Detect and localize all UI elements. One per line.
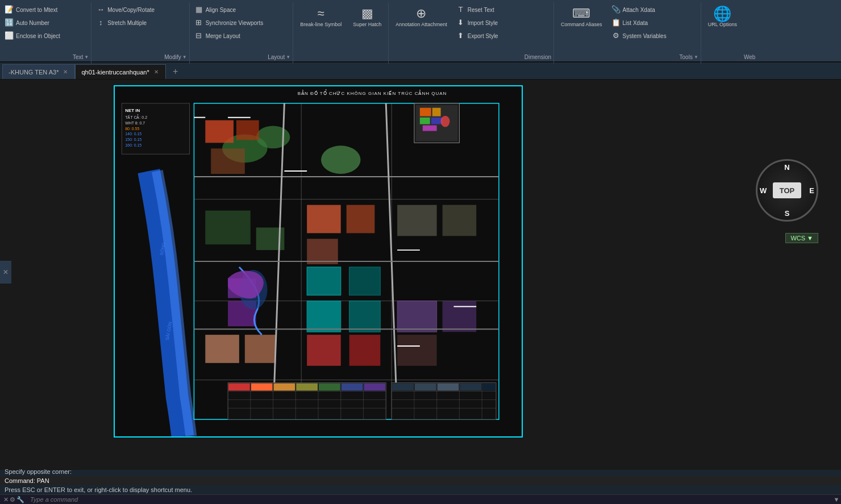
svg-point-54 (441, 116, 450, 127)
ribbon-group-modify: ↔ Move/Copy/Rotate ↕ Stretch Multiple Mo… (91, 2, 189, 64)
list-xdata-icon: 📋 (611, 18, 621, 27)
tab-kientruc-close[interactable]: ✕ (153, 69, 160, 75)
tools-group-arrow[interactable]: ▼ (694, 55, 698, 60)
svg-point-10 (256, 126, 290, 149)
svg-text:TẤT CẢ:  0.2: TẤT CẢ: 0.2 (125, 114, 147, 119)
tab-khung-ten-label: -KHUNG TEN A3* (9, 69, 59, 76)
ribbon-group-tools: ⌨ Command Aliases 📎 Attach Xdata 📋 List … (554, 2, 701, 64)
compass-top-button[interactable]: TOP (773, 182, 801, 198)
svg-rect-24 (307, 301, 341, 332)
svg-rect-88 (392, 384, 414, 391)
svg-text:80:      0.55: 80: 0.55 (125, 127, 139, 131)
svg-rect-29 (245, 335, 276, 363)
ribbon-group-layout: ▦ Align Space ⊞ Synchronize Viewports ⊟ … (190, 2, 294, 64)
url-options-button[interactable]: 🌐 URL Options (703, 3, 742, 48)
move-copy-rotate-button[interactable]: ↔ Move/Copy/Rotate (94, 3, 162, 16)
annotation-attachment-icon: ⊕ (414, 7, 428, 20)
svg-text:160:     0.15: 160: 0.15 (125, 143, 141, 147)
statusbar: Specify opposite corner: Command: PAN Pr… (0, 470, 841, 504)
command-aliases-icon: ⌨ (574, 7, 588, 20)
tabs-bar: -KHUNG TEN A3* ✕ qh01-kientruccanhquan* … (0, 63, 841, 80)
svg-rect-28 (205, 335, 239, 363)
svg-rect-11 (205, 211, 250, 245)
command-aliases-button[interactable]: ⌨ Command Aliases (556, 3, 607, 48)
move-copy-rotate-icon: ↔ (96, 5, 105, 14)
layout-group-arrow[interactable]: ▼ (286, 55, 290, 60)
ribbon-group-draw: ≈ Break-line Symbol ▩ Super Hatch Draw (293, 2, 389, 64)
convert-mtext-icon: 📝 (5, 5, 14, 14)
left-panel-close[interactable]: ✕ (0, 261, 11, 284)
break-line-symbol-button[interactable]: ≈ Break-line Symbol (295, 3, 346, 48)
svg-rect-90 (438, 384, 459, 391)
svg-rect-33 (397, 301, 437, 332)
svg-rect-73 (228, 384, 250, 391)
svg-rect-52 (431, 118, 443, 124)
svg-rect-31 (349, 335, 381, 366)
tab-khung-ten-close[interactable]: ✕ (62, 69, 69, 75)
svg-rect-19 (307, 239, 338, 264)
ribbon-group-dimension: ⊕ Annotation Attachment T Reset Text ⬇ I… (389, 2, 554, 64)
command-icon-3[interactable]: 🔧 (16, 496, 24, 503)
command-icon-2[interactable]: ⚙ (10, 496, 15, 503)
command-bar: ✕ ⚙ 🔧 ▼ (0, 494, 841, 504)
import-style-icon: ⬇ (456, 18, 465, 27)
cad-drawing-area[interactable]: BẢN ĐỒ TỔ CHỨC KHÔNG GIAN KIẾN TRÚC CẢNH… (114, 85, 523, 438)
attach-xdata-button[interactable]: 📎 Attach Xdata (609, 3, 677, 16)
ribbon-group-web: 🌐 URL Options Web (701, 2, 758, 64)
synchronize-viewports-button[interactable]: ⊞ Synchronize Viewports (192, 16, 266, 29)
command-input[interactable] (28, 495, 832, 504)
tab-kientruc[interactable]: qh01-kientruccanhquan* ✕ (75, 64, 165, 79)
compass-ring: N S W E TOP (756, 159, 818, 222)
modify-group-label: Modify (164, 54, 181, 60)
convert-mtext-button[interactable]: 📝 Convert to Mtext (2, 3, 70, 16)
dimension-group-label: Dimension (524, 54, 551, 60)
command-scroll[interactable]: ▼ (832, 496, 841, 503)
align-space-button[interactable]: ▦ Align Space (192, 3, 260, 16)
reset-text-button[interactable]: T Reset Text (454, 3, 522, 16)
export-style-button[interactable]: ⬆ Export Style (454, 30, 522, 42)
web-group-label: Web (744, 54, 755, 60)
svg-rect-17 (307, 205, 341, 234)
break-line-symbol-icon: ≈ (314, 7, 328, 20)
svg-rect-16 (211, 148, 245, 174)
svg-rect-74 (251, 384, 273, 391)
synchronize-viewports-icon: ⊞ (194, 18, 203, 27)
compass: N S W E TOP (756, 159, 818, 222)
svg-rect-14 (205, 120, 234, 143)
svg-text:NET IN: NET IN (125, 108, 140, 113)
annotation-attachment-button[interactable]: ⊕ Annotation Attachment (391, 3, 452, 48)
tools-group-label: Tools (680, 54, 693, 60)
svg-rect-15 (236, 120, 259, 140)
auto-number-button[interactable]: 🔢 Auto Number (2, 16, 70, 29)
import-style-button[interactable]: ⬇ Import Style (454, 16, 522, 29)
svg-rect-75 (274, 384, 295, 391)
cad-svg: SÔNG SÀI GÒN (115, 86, 522, 436)
command-icon-1[interactable]: ✕ (3, 496, 9, 503)
compass-e-label: E (809, 186, 814, 195)
super-hatch-button[interactable]: ▩ Super Hatch (348, 3, 386, 48)
tab-kientruc-label: qh01-kientruccanhquan* (81, 69, 149, 76)
status-specify-corner: Specify opposite corner: (0, 467, 841, 476)
merge-layout-icon: ⊟ (194, 31, 203, 40)
wcs-badge[interactable]: WCS ▼ (785, 233, 818, 243)
svg-rect-21 (443, 205, 477, 236)
svg-rect-30 (307, 335, 341, 366)
tab-khung-ten[interactable]: -KHUNG TEN A3* ✕ (2, 64, 75, 79)
svg-rect-34 (443, 301, 477, 332)
enclose-object-button[interactable]: ⬜ Enclose in Object (2, 30, 70, 42)
svg-rect-25 (349, 301, 381, 332)
command-icons: ✕ ⚙ 🔧 (0, 496, 28, 503)
svg-rect-18 (347, 205, 375, 234)
stretch-multiple-button[interactable]: ↕ Stretch Multiple (94, 16, 162, 29)
compass-w-label: W (760, 186, 767, 195)
compass-n-label: N (784, 163, 789, 172)
text-group-arrow[interactable]: ▼ (84, 55, 89, 60)
merge-layout-button[interactable]: ⊟ Merge Layout (192, 30, 260, 42)
svg-rect-32 (397, 335, 437, 366)
tab-add-button[interactable]: + (168, 64, 183, 79)
modify-group-arrow[interactable]: ▼ (182, 55, 187, 60)
url-options-icon: 🌐 (715, 7, 729, 20)
list-xdata-button[interactable]: 📋 List Xdata (609, 16, 677, 29)
system-variables-button[interactable]: ⚙ System Variables (609, 30, 677, 42)
svg-rect-91 (460, 384, 481, 391)
